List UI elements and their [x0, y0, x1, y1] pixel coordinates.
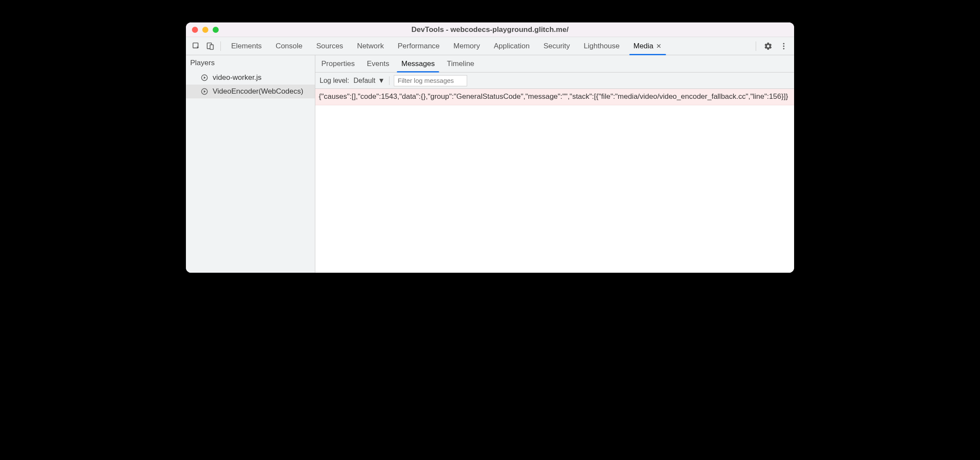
media-subtabs: Properties Events Messages Timeline	[315, 55, 794, 72]
tab-network[interactable]: Network	[350, 37, 391, 55]
filterbar-divider	[389, 76, 389, 85]
window-controls	[186, 27, 219, 33]
sidebar-section-title: Players	[186, 55, 315, 71]
subtab-label: Timeline	[447, 60, 474, 68]
player-label: video-worker.js	[213, 73, 261, 82]
subtab-events[interactable]: Events	[361, 55, 395, 72]
tab-label: Application	[494, 42, 530, 50]
media-panel-main: Properties Events Messages Timeline Log …	[315, 55, 794, 273]
tab-label: Security	[543, 42, 570, 50]
panel-tabs: Elements Console Sources Network Perform…	[224, 37, 669, 55]
filter-input[interactable]	[394, 75, 467, 86]
tab-application[interactable]: Application	[487, 37, 537, 55]
log-level-value: Default	[354, 77, 376, 85]
tab-memory[interactable]: Memory	[446, 37, 487, 55]
log-level-dropdown[interactable]: Default ▼	[354, 77, 385, 85]
tab-security[interactable]: Security	[537, 37, 577, 55]
inspect-element-icon[interactable]	[189, 39, 203, 53]
window-title: DevTools - webcodecs-playground.glitch.m…	[186, 25, 794, 34]
device-toolbar-icon[interactable]	[203, 39, 217, 53]
svg-rect-2	[210, 44, 214, 49]
players-sidebar: Players video-worker.js VideoEncoder(Web…	[186, 55, 315, 273]
toolbar-divider	[756, 41, 756, 51]
maximize-window-button[interactable]	[213, 27, 219, 33]
subtab-timeline[interactable]: Timeline	[441, 55, 481, 72]
filter-bar: Log level: Default ▼	[315, 72, 794, 89]
tab-sources[interactable]: Sources	[309, 37, 350, 55]
tab-label: Performance	[398, 42, 440, 50]
svg-point-4	[783, 45, 784, 47]
subtab-messages[interactable]: Messages	[395, 55, 440, 72]
tab-label: Network	[357, 42, 384, 50]
tab-console[interactable]: Console	[269, 37, 309, 55]
close-icon[interactable]: ✕	[656, 42, 662, 50]
subtab-label: Properties	[321, 60, 355, 68]
toolbar-right	[752, 39, 791, 53]
tab-label: Media	[634, 42, 653, 50]
tab-label: Sources	[316, 42, 343, 50]
close-window-button[interactable]	[192, 27, 198, 33]
log-level-label: Log level:	[320, 77, 349, 85]
player-item[interactable]: video-worker.js	[186, 71, 315, 85]
subtab-label: Messages	[401, 60, 434, 68]
tab-label: Memory	[453, 42, 480, 50]
play-icon	[201, 88, 208, 95]
titlebar: DevTools - webcodecs-playground.glitch.m…	[186, 22, 794, 37]
tab-label: Console	[276, 42, 302, 50]
svg-point-3	[783, 43, 784, 44]
tab-performance[interactable]: Performance	[391, 37, 446, 55]
tab-media[interactable]: Media ✕	[627, 37, 669, 55]
subtab-label: Events	[367, 60, 389, 68]
chevron-down-icon: ▼	[378, 77, 385, 85]
messages-list: {"causes":[],"code":1543,"data":{},"grou…	[315, 89, 794, 273]
panel-body: Players video-worker.js VideoEncoder(Web…	[186, 55, 794, 273]
tab-label: Elements	[231, 42, 262, 50]
toolbar-divider	[220, 41, 221, 51]
devtools-window: DevTools - webcodecs-playground.glitch.m…	[186, 22, 794, 273]
settings-icon[interactable]	[761, 39, 775, 53]
main-toolbar: Elements Console Sources Network Perform…	[186, 37, 794, 55]
tab-elements[interactable]: Elements	[224, 37, 269, 55]
play-icon	[201, 74, 208, 82]
subtab-properties[interactable]: Properties	[315, 55, 361, 72]
svg-point-5	[783, 48, 784, 49]
minimize-window-button[interactable]	[202, 27, 208, 33]
player-label: VideoEncoder(WebCodecs)	[213, 87, 303, 96]
tab-lighthouse[interactable]: Lighthouse	[577, 37, 626, 55]
player-item[interactable]: VideoEncoder(WebCodecs)	[186, 85, 315, 98]
log-message-error[interactable]: {"causes":[],"code":1543,"data":{},"grou…	[315, 89, 794, 105]
more-icon[interactable]	[777, 39, 791, 53]
tab-label: Lighthouse	[584, 42, 619, 50]
